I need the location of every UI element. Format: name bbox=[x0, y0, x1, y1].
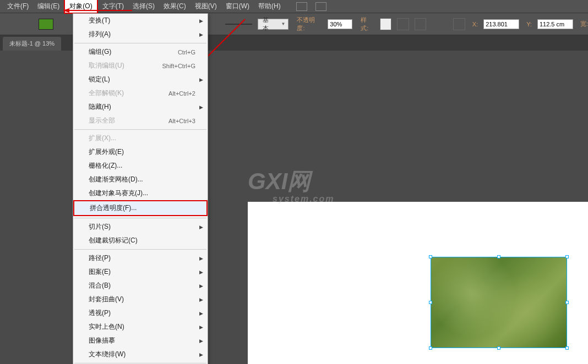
watermark: GXI网 system.com bbox=[248, 166, 335, 204]
opacity-input[interactable] bbox=[328, 19, 352, 29]
transform-icon[interactable] bbox=[453, 18, 465, 30]
submenu-arrow-icon: ▶ bbox=[199, 297, 203, 302]
opacity-label: 不透明度: bbox=[297, 16, 322, 32]
x-label: X: bbox=[472, 21, 478, 27]
submenu-arrow-icon: ▶ bbox=[199, 224, 203, 230]
stroke-basic-dropdown[interactable]: 基本 bbox=[258, 19, 288, 30]
resize-handle[interactable] bbox=[565, 255, 569, 258]
menu-view[interactable]: 视图(V) bbox=[190, 0, 221, 13]
menu-item[interactable]: 文本绕排(W)▶ bbox=[73, 348, 208, 361]
menu-window[interactable]: 窗口(W) bbox=[221, 0, 254, 13]
menu-item: 扩展(X)... bbox=[73, 131, 208, 145]
resize-handle[interactable] bbox=[497, 255, 500, 258]
resize-handle[interactable] bbox=[429, 301, 432, 304]
submenu-arrow-icon: ▶ bbox=[199, 324, 203, 330]
menu-type[interactable]: 文字(T) bbox=[98, 0, 128, 13]
menu-item[interactable]: 混合(B)▶ bbox=[73, 279, 208, 293]
fill-color-swatch[interactable] bbox=[39, 19, 53, 30]
style-label: 样式: bbox=[361, 16, 374, 32]
menu-item[interactable]: 锁定(L)▶ bbox=[73, 73, 208, 86]
submenu-arrow-icon: ▶ bbox=[199, 18, 203, 24]
submenu-arrow-icon: ▶ bbox=[199, 104, 203, 110]
menu-object[interactable]: 对象(O) bbox=[64, 0, 97, 14]
submenu-arrow-icon: ▶ bbox=[199, 32, 203, 37]
submenu-arrow-icon: ▶ bbox=[199, 283, 203, 289]
submenu-arrow-icon: ▶ bbox=[199, 269, 203, 275]
menu-item[interactable]: 路径(P)▶ bbox=[73, 251, 208, 265]
menu-effect[interactable]: 效果(C) bbox=[159, 0, 190, 13]
menu-item[interactable]: 编组(G)Ctrl+G bbox=[73, 45, 208, 59]
menu-edit[interactable]: 编辑(E) bbox=[33, 0, 64, 13]
menu-item[interactable]: 变换(T)▶ bbox=[73, 14, 208, 27]
recolor-icon[interactable] bbox=[397, 18, 409, 30]
menu-item: 取消编组(U)Shift+Ctrl+G bbox=[73, 59, 208, 73]
resize-handle[interactable] bbox=[565, 346, 569, 350]
submenu-arrow-icon: ▶ bbox=[199, 338, 203, 344]
resize-handle[interactable] bbox=[429, 255, 432, 258]
y-label: Y: bbox=[526, 21, 532, 27]
menu-item[interactable]: 透视(P)▶ bbox=[73, 306, 208, 320]
menu-item: 全部解锁(K)Alt+Ctrl+2 bbox=[73, 86, 208, 100]
menu-item[interactable]: 扩展外观(E) bbox=[73, 145, 208, 159]
menu-item[interactable]: 图像描摹▶ bbox=[73, 334, 208, 348]
menu-item[interactable]: 实时上色(N)▶ bbox=[73, 320, 208, 334]
resize-handle[interactable] bbox=[429, 346, 432, 350]
menu-item[interactable]: 创建裁切标记(C) bbox=[73, 234, 208, 247]
submenu-arrow-icon: ▶ bbox=[199, 352, 203, 357]
resize-handle[interactable] bbox=[565, 301, 569, 304]
menu-item[interactable]: 拼合透明度(F)... bbox=[73, 200, 208, 216]
bridge-icon[interactable] bbox=[296, 2, 307, 11]
style-swatch[interactable] bbox=[380, 18, 391, 30]
menu-item[interactable]: 封套扭曲(V)▶ bbox=[73, 293, 208, 306]
submenu-arrow-icon: ▶ bbox=[199, 311, 203, 316]
menu-item[interactable]: 隐藏(H)▶ bbox=[73, 100, 208, 114]
resize-handle[interactable] bbox=[497, 346, 500, 350]
submenu-arrow-icon: ▶ bbox=[199, 77, 203, 82]
menu-item[interactable]: 栅格化(Z)... bbox=[73, 159, 208, 173]
submenu-arrow-icon: ▶ bbox=[199, 256, 203, 261]
stroke-preview bbox=[225, 24, 252, 25]
menu-item[interactable]: 切片(S)▶ bbox=[73, 220, 208, 234]
menu-item[interactable]: 排列(A)▶ bbox=[73, 27, 208, 41]
menubar: 文件(F) 编辑(E) 对象(O) 文字(T) 选择(S) 效果(C) 视图(V… bbox=[0, 0, 588, 13]
document-tab[interactable]: 未标题-1 @ 13% bbox=[3, 37, 61, 51]
align-icon[interactable] bbox=[415, 18, 426, 30]
menu-item: 显示全部Alt+Ctrl+3 bbox=[73, 114, 208, 128]
menu-help[interactable]: 帮助(H) bbox=[254, 0, 285, 13]
menu-item[interactable]: 创建渐变网格(D)... bbox=[73, 173, 208, 186]
x-input[interactable] bbox=[483, 19, 519, 29]
menu-select[interactable]: 选择(S) bbox=[128, 0, 159, 13]
placed-image[interactable] bbox=[431, 257, 567, 348]
width-label: 宽: bbox=[580, 20, 588, 28]
object-dropdown-menu: 变换(T)▶排列(A)▶编组(G)Ctrl+G取消编组(U)Shift+Ctrl… bbox=[73, 13, 208, 364]
arrange-icon[interactable] bbox=[315, 2, 326, 11]
menu-item[interactable]: 图案(E)▶ bbox=[73, 265, 208, 279]
menu-item[interactable]: 创建对象马赛克(J)... bbox=[73, 186, 208, 200]
menu-file[interactable]: 文件(F) bbox=[3, 0, 33, 13]
y-input[interactable] bbox=[537, 19, 573, 29]
